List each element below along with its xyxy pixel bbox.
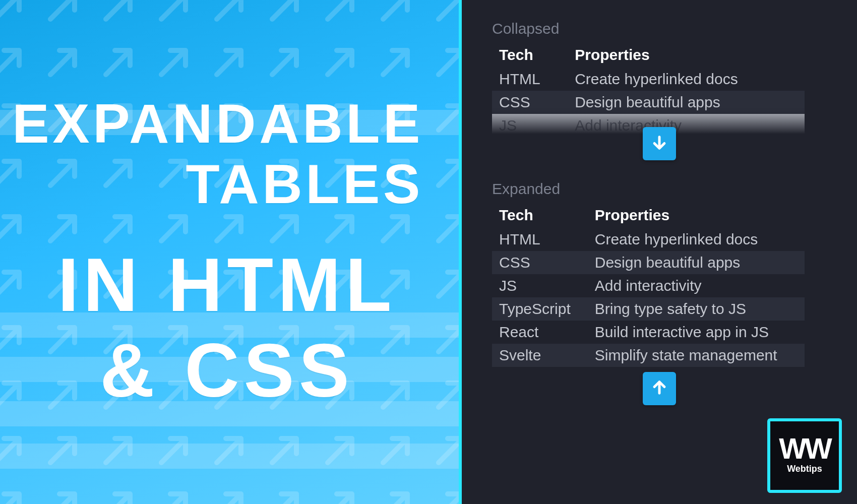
logo-text: Webtips	[787, 464, 822, 474]
col-tech: Tech	[492, 43, 568, 68]
demo-panel: Collapsed Tech Properties HTML Create hy…	[462, 0, 857, 504]
arrow-up-icon	[651, 379, 668, 398]
arrow-down-icon	[651, 134, 668, 153]
hero-panel: EXPANDABLE TABLES IN HTML & CSS	[0, 0, 459, 504]
table-row: CSS Design beautiful apps	[492, 91, 805, 114]
expanded-section: Expanded Tech Properties HTML Create hyp…	[492, 180, 827, 405]
table-row: Svelte Simplify state management	[492, 344, 805, 367]
table-row: TypeScript Bring type safety to JS	[492, 297, 805, 321]
col-props: Properties	[588, 204, 805, 228]
expanded-label: Expanded	[492, 180, 827, 198]
table-row: HTML Create hyperlinked docs	[492, 68, 805, 91]
col-props: Properties	[568, 43, 805, 68]
col-tech: Tech	[492, 204, 588, 228]
table-row: JS Add interactivity	[492, 274, 805, 297]
collapsed-label: Collapsed	[492, 20, 827, 37]
collapse-button[interactable]	[643, 372, 676, 405]
table-header-row: Tech Properties	[492, 43, 805, 68]
collapsed-table: Tech Properties HTML Create hyperlinked …	[492, 43, 805, 137]
expanded-table: Tech Properties HTML Create hyperlinked …	[492, 204, 805, 367]
table-row: CSS Design beautiful apps	[492, 251, 805, 274]
webtips-logo: WW Webtips	[767, 418, 842, 493]
hero-title-line4: & CSS	[100, 333, 353, 408]
hero-title-line2: TABLES	[186, 156, 423, 212]
hero-title-line1: EXPANDABLE	[12, 96, 423, 151]
collapsed-section: Collapsed Tech Properties HTML Create hy…	[492, 20, 827, 160]
hero-title-line3: IN HTML	[57, 247, 396, 323]
table-row: HTML Create hyperlinked docs	[492, 228, 805, 251]
table-row: React Build interactive app in JS	[492, 321, 805, 344]
expand-button[interactable]	[643, 127, 676, 160]
logo-mark: WW	[779, 437, 830, 460]
table-header-row: Tech Properties	[492, 204, 805, 228]
